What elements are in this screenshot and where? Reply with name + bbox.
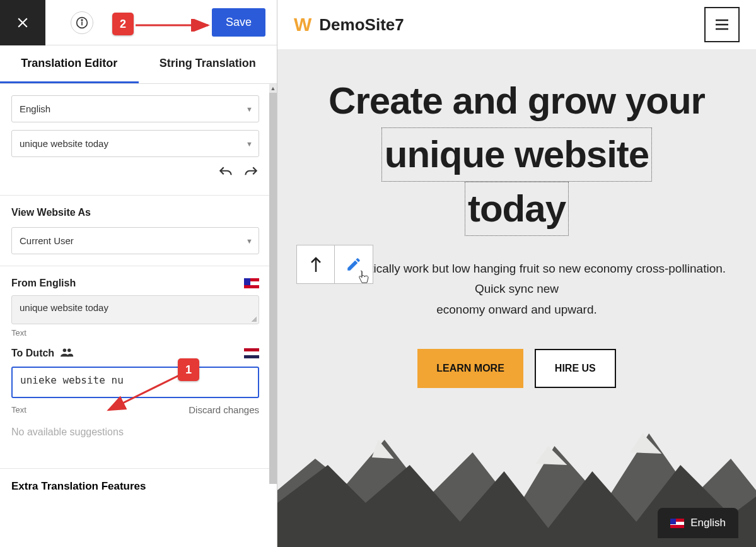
scrollbar[interactable]: ▲ (269, 84, 277, 547)
svg-point-4 (67, 349, 71, 353)
redo-icon (243, 165, 259, 181)
editor-topbar: Save (0, 0, 277, 45)
scrollbar-thumb[interactable] (269, 93, 277, 484)
hero-line1: Create and grow your (329, 79, 705, 122)
scroll-up-icon[interactable]: ▲ (269, 84, 277, 93)
language-select[interactable]: English (11, 95, 259, 122)
editor-scroll-area: ▲ English ▼ unique website today ▼ Vi (0, 84, 277, 547)
previous-string-button[interactable] (297, 245, 335, 283)
svg-point-2 (81, 20, 83, 21)
collaborators-button[interactable] (61, 346, 74, 360)
hamburger-menu-button[interactable] (704, 7, 740, 42)
save-button[interactable]: Save (212, 8, 265, 37)
hero-sub-line2: Quick sync new (475, 282, 559, 295)
editor-sidebar: Save Translation Editor String Translati… (0, 0, 277, 547)
annotation-badge-1: 1 (178, 358, 199, 381)
us-flag-icon (670, 519, 684, 528)
svg-point-3 (63, 349, 67, 353)
info-icon (76, 16, 88, 29)
no-suggestions-text: No available suggestions (11, 415, 259, 457)
undo-button[interactable] (218, 165, 234, 184)
close-icon (15, 15, 31, 31)
us-flag-icon (244, 278, 259, 288)
hero-highlight-1[interactable]: unique website (381, 127, 652, 182)
editor-tabs: Translation Editor String Translation (0, 45, 277, 84)
cursor-pointer-icon (358, 270, 370, 288)
hero-highlight-2[interactable]: today (465, 182, 569, 236)
to-language-label: To Dutch (11, 348, 54, 359)
redo-button[interactable] (243, 165, 259, 184)
hero-sub-line3: economy onward and upward. (436, 303, 597, 316)
discard-changes-link[interactable]: Discard changes (189, 404, 259, 415)
source-text-field: unique website today (11, 295, 259, 324)
view-as-label: View Website As (11, 207, 259, 218)
language-switcher[interactable]: English (658, 508, 738, 538)
view-as-select[interactable]: Current User (11, 227, 259, 254)
annotation-badge-2: 2 (112, 13, 134, 35)
nl-flag-icon (244, 348, 259, 358)
site-name: DemoSite7 (319, 15, 404, 35)
site-header: W DemoSite7 (277, 0, 756, 49)
source-caption: Text (11, 328, 259, 338)
tab-string-translation[interactable]: String Translation (139, 45, 277, 83)
hero-section: Create and grow your unique website toda… (277, 49, 756, 547)
learn-more-button[interactable]: LEARN MORE (417, 349, 523, 388)
from-language-label: From English (11, 278, 76, 289)
site-logo-icon: W (294, 14, 310, 35)
hamburger-icon (714, 18, 730, 31)
info-button[interactable] (71, 11, 93, 34)
target-caption: Text (11, 405, 26, 415)
string-select[interactable]: unique website today (11, 130, 259, 157)
extra-features-heading: Extra Translation Features (0, 468, 277, 504)
undo-icon (218, 165, 234, 181)
hire-us-button[interactable]: HIRE US (535, 349, 616, 388)
language-switcher-label: English (690, 517, 726, 529)
close-button[interactable] (0, 0, 45, 45)
translation-input[interactable] (11, 367, 259, 398)
arrow-up-icon (308, 256, 323, 273)
hero-title: Create and grow your unique website toda… (290, 74, 743, 236)
tab-translation-editor[interactable]: Translation Editor (0, 45, 139, 83)
people-icon (61, 346, 74, 358)
